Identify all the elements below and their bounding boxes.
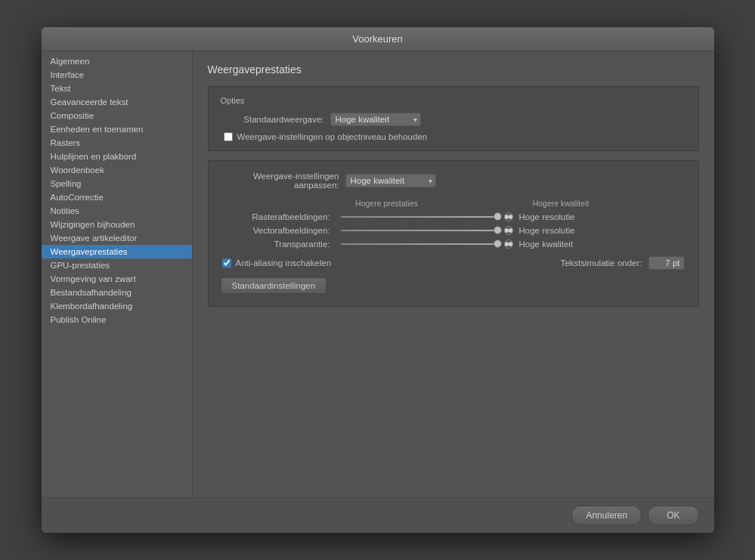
sidebar-item-spelling[interactable]: Spelling xyxy=(42,177,192,190)
dialog-titlebar: Voorkeuren xyxy=(42,27,714,51)
aanpassen-select[interactable]: Hoge kwaliteit Typisch Hoge prestaties xyxy=(345,174,436,187)
aanpassen-panel: Weergave-instellingen aanpassen: Hoge kw… xyxy=(208,160,699,307)
sidebar-item-geavanceerde-tekst[interactable]: Geavanceerde tekst xyxy=(42,95,192,109)
sidebar-item-rasters[interactable]: Rasters xyxy=(42,136,192,150)
vectorafbeeldingen-slider[interactable] xyxy=(338,230,504,231)
vectorafbeeldingen-row: Vectorafbeeldingen: Hoge resolutie xyxy=(221,226,686,235)
slider-header: Hogere prestaties Hogere kwaliteit xyxy=(221,199,686,208)
preferences-dialog: Voorkeuren AlgemeenInterfaceTekstGeavanc… xyxy=(42,27,714,533)
sidebar-item-algemeen[interactable]: Algemeen xyxy=(42,54,192,68)
behouden-row: Weergave-instellingen op objectniveau be… xyxy=(221,132,686,141)
content-area: Weergaveprestaties Opties Standaardweerg… xyxy=(193,51,714,497)
sidebar-item-autocorrectie[interactable]: AutoCorrectie xyxy=(42,190,192,204)
sidebar-item-publish-online[interactable]: Publish Online xyxy=(42,313,192,326)
behouden-label: Weergave-instellingen op objectniveau be… xyxy=(237,132,428,141)
rasterafbeeldingen-slider[interactable] xyxy=(338,216,504,218)
transparantie-radio[interactable] xyxy=(504,240,513,249)
section-title: Weergaveprestaties xyxy=(208,63,699,76)
anti-aliasing-label: Anti-aliasing inschakelen xyxy=(236,258,332,268)
rasterafbeeldingen-label: Rasterafbeeldingen: xyxy=(221,212,338,221)
sidebar-item-weergave-artikeleditor[interactable]: Weergave artikeleditor xyxy=(42,231,192,245)
rasterafbeeldingen-quality: Hoge resolutie xyxy=(519,212,575,221)
dialog-footer: Annuleren OK xyxy=(42,497,714,533)
bottom-section: Anti-aliasing inschakelen Tekstsimulatie… xyxy=(221,256,686,270)
transparantie-label: Transparantie: xyxy=(221,240,338,249)
transparantie-quality: Hoge kwaliteit xyxy=(519,240,574,249)
standaardinstellingen-button[interactable]: Standaardinstellingen xyxy=(221,277,327,294)
tekstsimulatie-label: Tekstsimulatie onder: xyxy=(560,258,642,268)
header-hogere-kwaliteit: Hogere kwaliteit xyxy=(436,199,686,208)
sidebar-item-hulplijnen[interactable]: Hulplijnen en plakbord xyxy=(42,150,192,163)
vectorafbeeldingen-radio[interactable] xyxy=(504,226,513,235)
sidebar: AlgemeenInterfaceTekstGeavanceerde tekst… xyxy=(42,51,193,497)
tekstsimulatie-section: Tekstsimulatie onder: xyxy=(560,256,684,270)
header-hogere-prestaties: Hogere prestaties xyxy=(338,199,436,208)
standaardinstellingen-container: Standaardinstellingen xyxy=(221,270,686,294)
sidebar-item-vormgeving[interactable]: Vormgeving van zwart xyxy=(42,272,192,286)
ok-button[interactable]: OK xyxy=(648,506,698,525)
rasterafbeeldingen-radio[interactable] xyxy=(504,212,513,221)
rasterafbeeldingen-row: Rasterafbeeldingen: Hoge resolutie xyxy=(221,212,686,221)
sidebar-item-wijzigingen[interactable]: Wijzigingen bijhouden xyxy=(42,218,192,231)
standaardweergave-label: Standaardweergave: xyxy=(221,115,330,124)
sidebar-item-weergaveprestaties[interactable]: Weergaveprestaties xyxy=(42,245,192,258)
anti-aliasing-section: Anti-aliasing inschakelen xyxy=(222,258,332,268)
opties-panel: Opties Standaardweergave: Hoge kwaliteit… xyxy=(208,86,699,151)
sidebar-item-klembordafhandeling[interactable]: Klembordafhandeling xyxy=(42,299,192,313)
sidebar-item-notities[interactable]: Notities xyxy=(42,204,192,218)
cancel-button[interactable]: Annuleren xyxy=(571,506,642,525)
dialog-body: AlgemeenInterfaceTekstGeavanceerde tekst… xyxy=(42,51,714,497)
standaardweergave-wrapper: Hoge kwaliteit Typisch Hoge prestaties xyxy=(330,113,421,126)
vectorafbeeldingen-label: Vectorafbeeldingen: xyxy=(221,226,338,235)
sidebar-item-bestandsafhandeling[interactable]: Bestandsafhandeling xyxy=(42,286,192,299)
aanpassen-wrapper: Hoge kwaliteit Typisch Hoge prestaties xyxy=(345,174,436,187)
transparantie-slider[interactable] xyxy=(338,243,504,245)
sidebar-item-eenheden[interactable]: Eenheden en toenamen xyxy=(42,122,192,136)
sidebar-item-tekst[interactable]: Tekst xyxy=(42,82,192,95)
behouden-checkbox[interactable] xyxy=(224,132,233,141)
tekstsimulatie-input[interactable] xyxy=(648,256,685,270)
aanpassen-label: Weergave-instellingen aanpassen: xyxy=(221,172,345,190)
aanpassen-row: Weergave-instellingen aanpassen: Hoge kw… xyxy=(221,172,686,190)
sidebar-item-gpu-prestaties[interactable]: GPU-prestaties xyxy=(42,258,192,272)
anti-aliasing-checkbox[interactable] xyxy=(222,258,231,268)
dialog-title: Voorkeuren xyxy=(352,33,403,45)
sidebar-item-compositie[interactable]: Compositie xyxy=(42,109,192,122)
standaardweergave-select[interactable]: Hoge kwaliteit Typisch Hoge prestaties xyxy=(330,113,421,126)
opties-label: Opties xyxy=(221,96,686,105)
transparantie-row: Transparantie: Hoge kwaliteit xyxy=(221,240,686,249)
standaardweergave-row: Standaardweergave: Hoge kwaliteit Typisc… xyxy=(221,113,686,126)
sidebar-item-interface[interactable]: Interface xyxy=(42,68,192,82)
vectorafbeeldingen-quality: Hoge resolutie xyxy=(519,226,575,235)
sidebar-item-woordenboek[interactable]: Woordenboek xyxy=(42,163,192,177)
